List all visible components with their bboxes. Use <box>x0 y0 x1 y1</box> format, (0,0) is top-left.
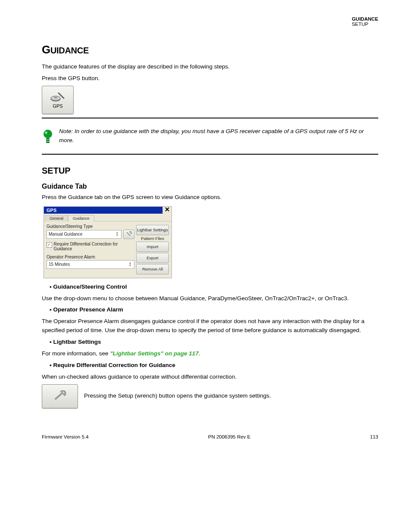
export-button[interactable]: Export <box>136 253 169 263</box>
presence-alarm-label: Operator Presence Alarm <box>47 255 134 259</box>
intro-text-2: Press the GPS button. <box>42 74 378 83</box>
divider <box>42 118 378 118</box>
remove-all-button[interactable]: Remove All <box>136 264 169 274</box>
setup-wrench-button[interactable] <box>42 384 78 408</box>
gps-button-label: GPS <box>53 103 62 109</box>
tip-text: Note: In order to use guidance with the … <box>59 127 378 145</box>
spinner-icon: ▲▼ <box>129 261 132 268</box>
close-button[interactable] <box>162 207 171 214</box>
svg-rect-5 <box>46 138 50 140</box>
svg-point-4 <box>45 131 47 134</box>
gps-button[interactable]: GPS <box>42 86 74 114</box>
setup-heading: SETUP <box>42 166 378 176</box>
setup-line: Press the Guidance tab on the GPS screen… <box>42 193 378 202</box>
require-diff-checkbox[interactable]: ✓ <box>47 242 52 248</box>
running-header: GUIDANCE Setup <box>352 16 378 27</box>
presence-body: The Operator Presence Alarm disengages g… <box>42 317 378 335</box>
lightbar-settings-button[interactable]: Lightbar Settings <box>136 225 169 235</box>
svg-point-2 <box>54 97 57 98</box>
wrench-icon <box>53 390 67 402</box>
svg-rect-7 <box>46 142 50 143</box>
page-title: GUIDANCE <box>42 43 378 56</box>
lightbar-title: • Lightbar Settings <box>50 339 101 345</box>
gps-antenna-icon <box>50 91 65 103</box>
wrench-icon <box>126 231 132 237</box>
steering-type-label: Guidance/Steering Type <box>47 224 134 229</box>
dialog-titlebar: GPS <box>44 207 171 214</box>
require-diff-label: Require Differential Correction for Guid… <box>54 242 134 251</box>
gps-dialog: GPS General Guidance Guidance/Steering T… <box>44 206 172 278</box>
intro-text-1: The guidance features of the display are… <box>42 62 378 72</box>
presence-title: • Operator Presence Alarm <box>50 306 123 313</box>
lightbulb-icon <box>42 129 54 143</box>
guidance-tab-heading: Guidance Tab <box>42 183 378 190</box>
page-footer: Firmware Version 5.4 PN 2006395 Rev E 11… <box>42 434 378 448</box>
dialog-title: GPS <box>47 208 56 213</box>
steering-control-title: • Guidance/Steering Control <box>50 283 127 290</box>
presence-alarm-select[interactable]: 15 Minutes ▲▼ <box>47 260 134 269</box>
tab-general[interactable]: General <box>45 215 68 221</box>
close-icon <box>165 207 170 212</box>
pattern-files-label: Pattern Files <box>136 236 169 241</box>
divider <box>42 154 378 155</box>
steering-type-select[interactable]: Manual Guidance ▲▼ <box>47 230 121 239</box>
spinner-icon: ▲▼ <box>116 231 119 237</box>
diff-body: When un-checked allows guidance to opera… <box>42 373 378 382</box>
svg-rect-6 <box>46 140 50 141</box>
steering-control-body: Use the drop-down menu to choose between… <box>42 294 378 303</box>
svg-point-3 <box>44 130 52 138</box>
diff-title: • Require Differential Correction for Gu… <box>50 362 175 368</box>
steering-settings-button[interactable] <box>123 230 134 239</box>
tab-guidance[interactable]: Guidance <box>68 215 94 221</box>
lightbar-body: For more information, see "Lightbar Sett… <box>42 349 378 358</box>
tip-row: Note: In order to use guidance with the … <box>42 122 378 150</box>
adjust-line: Pressing the Setup (wrench) button opens… <box>84 392 271 401</box>
import-button[interactable]: Import <box>136 242 169 252</box>
